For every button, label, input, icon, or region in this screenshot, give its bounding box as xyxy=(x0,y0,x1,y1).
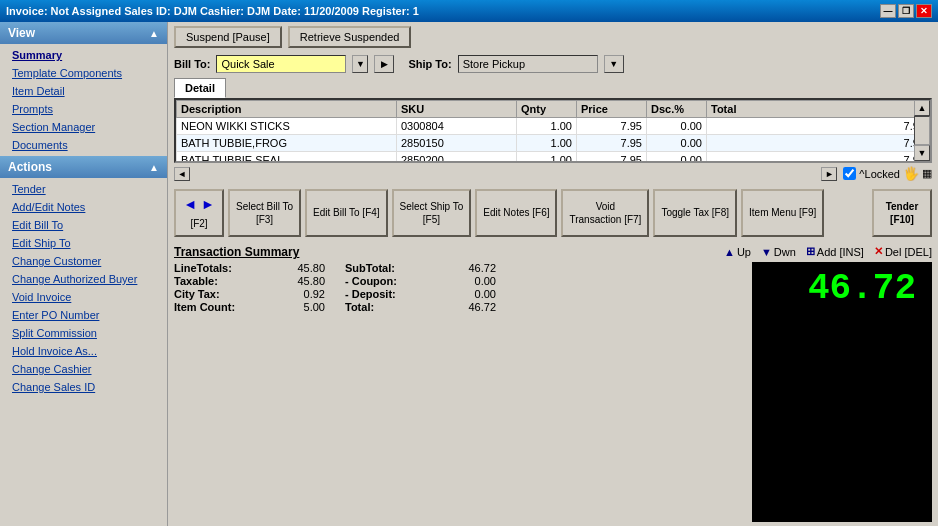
sidebar-item-summary[interactable]: Summary xyxy=(0,46,167,64)
summary-content: LineTotals: 45.80 Taxable: 45.80 City Ta… xyxy=(174,262,712,313)
f3-button[interactable]: Select Bill To[F3] xyxy=(228,189,301,237)
col-dsc: Dsc.% xyxy=(647,101,707,118)
sidebar-item-documents[interactable]: Documents xyxy=(0,136,167,154)
add-nav-button[interactable]: ⊞ Add [INS] xyxy=(806,245,864,258)
sidebar-item-change-cashier[interactable]: Change Cashier xyxy=(0,360,167,378)
ship-to-label: Ship To: xyxy=(408,58,451,70)
horiz-scroll-left-arrow[interactable]: ◄ xyxy=(174,167,190,181)
col-sku: SKU xyxy=(397,101,517,118)
function-buttons-row: ◄ ►[F2] Select Bill To[F3] Edit Bill To … xyxy=(168,185,938,241)
sidebar-item-void-invoice[interactable]: Void Invoice xyxy=(0,288,167,306)
locked-checkbox[interactable] xyxy=(843,167,856,180)
f10-tender-button[interactable]: Tender[F10] xyxy=(872,189,932,237)
sidebar-item-add-edit-notes[interactable]: Add/Edit Notes xyxy=(0,198,167,216)
horiz-scroll-right-arrow[interactable]: ► xyxy=(821,167,837,181)
coupon-label: - Coupon: xyxy=(345,275,435,287)
up-arrow-icon: ▲ xyxy=(724,246,735,258)
total-label: Total: xyxy=(345,301,435,313)
grand-total-display: 46.72 xyxy=(752,262,932,522)
total-value: 46.72 xyxy=(436,301,496,313)
title-text: Invoice: Not Assigned Sales ID: DJM Cash… xyxy=(6,5,419,17)
nav-buttons-row: ▲ Up ▼ Dwn ⊞ Add [INS] ✕ Del [DEL] xyxy=(724,245,932,258)
ship-to-dropdown-btn[interactable]: ▼ xyxy=(604,55,624,73)
table-body: NEON WIKKI STICKS 0300804 1.00 7.95 0.00… xyxy=(177,118,930,163)
bill-to-dropdown-btn[interactable]: ▶ xyxy=(374,55,394,73)
suspend-button[interactable]: Suspend [Pause] xyxy=(174,26,282,48)
sidebar-item-edit-ship-to[interactable]: Edit Ship To xyxy=(0,234,167,252)
f7-button[interactable]: VoidTransaction [F7] xyxy=(561,189,649,237)
sidebar-item-template-components[interactable]: Template Components xyxy=(0,64,167,82)
down-nav-button[interactable]: ▼ Dwn xyxy=(761,246,796,258)
table-scrollbar[interactable]: ▲ ▼ xyxy=(914,100,930,161)
sidebar-item-section-manager[interactable]: Section Manager xyxy=(0,118,167,136)
del-icon: ✕ xyxy=(874,245,883,258)
tab-detail[interactable]: Detail xyxy=(174,78,226,98)
cell-price: 7.95 xyxy=(577,152,647,163)
horiz-scroll-row: ◄ ► ^Locked 🖐 ▦ xyxy=(174,165,932,183)
sidebar-item-hold-invoice[interactable]: Hold Invoice As... xyxy=(0,342,167,360)
actions-panel-items: Tender Add/Edit Notes Edit Bill To Edit … xyxy=(0,178,167,398)
restore-button[interactable]: ❐ xyxy=(898,4,914,18)
item-count-value: 5.00 xyxy=(265,301,325,313)
sidebar-item-split-commission[interactable]: Split Commission xyxy=(0,324,167,342)
add-icon: ⊞ xyxy=(806,245,815,258)
scroll-down-arrow[interactable]: ▼ xyxy=(914,145,930,161)
view-panel-items: Summary Template Components Item Detail … xyxy=(0,44,167,156)
down-arrow-icon: ▼ xyxy=(761,246,772,258)
f8-button[interactable]: Toggle Tax [F8] xyxy=(653,189,737,237)
view-panel-header[interactable]: View ▲ xyxy=(0,22,167,44)
ship-to-input[interactable] xyxy=(458,55,598,73)
cell-sku: 2850150 xyxy=(397,135,517,152)
cell-sku: 2850200 xyxy=(397,152,517,163)
up-nav-button[interactable]: ▲ Up xyxy=(724,246,751,258)
minimize-button[interactable]: — xyxy=(880,4,896,18)
cell-sku: 0300804 xyxy=(397,118,517,135)
retrieve-suspended-button[interactable]: Retrieve Suspended xyxy=(288,26,412,48)
f2-button[interactable]: ◄ ►[F2] xyxy=(174,189,224,237)
down-nav-label: Dwn xyxy=(774,246,796,258)
sidebar-item-change-customer[interactable]: Change Customer xyxy=(0,252,167,270)
f4-button[interactable]: Edit Bill To [F4] xyxy=(305,189,388,237)
f5-button[interactable]: Select Ship To[F5] xyxy=(392,189,472,237)
f6-button[interactable]: Edit Notes [F6] xyxy=(475,189,557,237)
col-qnty: Qnty xyxy=(517,101,577,118)
cell-price: 7.95 xyxy=(577,118,647,135)
item-count-label: Item Count: xyxy=(174,301,264,313)
sidebar-item-item-detail[interactable]: Item Detail xyxy=(0,82,167,100)
bottom-area: Transaction Summary LineTotals: 45.80 Ta… xyxy=(168,241,938,526)
right-bottom: ▲ Up ▼ Dwn ⊞ Add [INS] ✕ Del [DEL] xyxy=(718,241,938,526)
sidebar-item-prompts[interactable]: Prompts xyxy=(0,100,167,118)
line-totals-label: LineTotals: xyxy=(174,262,264,274)
bill-to-input[interactable] xyxy=(216,55,346,73)
bill-to-small-btn[interactable]: ▼ xyxy=(352,55,368,73)
sidebar-item-edit-bill-to[interactable]: Edit Bill To xyxy=(0,216,167,234)
cell-desc: NEON WIKKI STICKS xyxy=(177,118,397,135)
city-tax-value: 0.92 xyxy=(265,288,325,300)
sidebar-item-change-sales-id[interactable]: Change Sales ID xyxy=(0,378,167,396)
sidebar-item-change-authorized-buyer[interactable]: Change Authorized Buyer xyxy=(0,270,167,288)
transaction-summary-section: Transaction Summary LineTotals: 45.80 Ta… xyxy=(168,241,718,526)
locked-area: ^Locked 🖐 ▦ xyxy=(843,166,932,181)
actions-panel-header[interactable]: Actions ▲ xyxy=(0,156,167,178)
locked-label: ^Locked xyxy=(859,168,900,180)
coupon-value: 0.00 xyxy=(436,275,496,287)
sidebar-item-tender[interactable]: Tender xyxy=(0,180,167,198)
sidebar-item-enter-po-number[interactable]: Enter PO Number xyxy=(0,306,167,324)
cell-dsc: 0.00 xyxy=(647,152,707,163)
cell-qty: 1.00 xyxy=(517,118,577,135)
del-nav-button[interactable]: ✕ Del [DEL] xyxy=(874,245,932,258)
col-description: Description xyxy=(177,101,397,118)
close-button[interactable]: ✕ xyxy=(916,4,932,18)
summary-left-col: LineTotals: 45.80 Taxable: 45.80 City Ta… xyxy=(174,262,325,313)
cell-desc: BATH TUBBIE,FROG xyxy=(177,135,397,152)
cell-dsc: 0.00 xyxy=(647,135,707,152)
cell-total: 7.95 xyxy=(707,152,930,163)
cell-desc: BATH TUBBIE SEAL xyxy=(177,152,397,163)
deposit-label: - Deposit: xyxy=(345,288,435,300)
grid-icon: ▦ xyxy=(922,167,932,180)
summary-title: Transaction Summary xyxy=(174,245,712,259)
title-bar: Invoice: Not Assigned Sales ID: DJM Cash… xyxy=(0,0,938,22)
line-totals-value: 45.80 xyxy=(265,262,325,274)
scroll-up-arrow[interactable]: ▲ xyxy=(914,100,930,116)
f9-button[interactable]: Item Menu [F9] xyxy=(741,189,824,237)
